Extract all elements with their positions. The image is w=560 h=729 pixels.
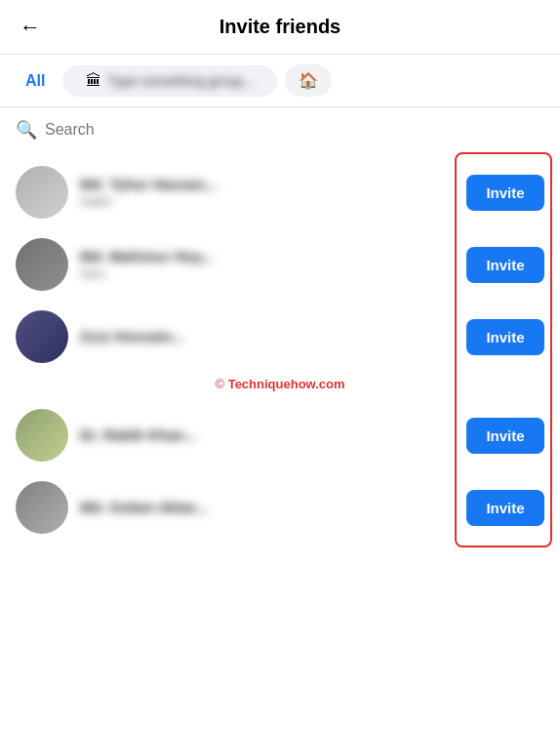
tab-group[interactable]: 🏛 Type something group... <box>62 65 277 97</box>
friend-info: Md. Tyhur Hassan... Sakhi <box>80 176 455 209</box>
search-bar: 🔍 <box>0 107 560 152</box>
invite-button[interactable]: Invite <box>466 247 544 283</box>
list-item: Dr. Rakib Khan... Invite <box>0 399 560 471</box>
home-icon: 🏠 <box>299 71 318 90</box>
avatar <box>16 238 68 291</box>
tab-all[interactable]: All <box>16 66 55 96</box>
friend-info: Md. Mahimur Hoy... Sion <box>80 248 455 281</box>
avatar <box>16 409 68 462</box>
search-icon: 🔍 <box>16 119 37 141</box>
watermark: © Techniquehow.com <box>0 373 560 399</box>
friend-name: Md. Golam Aktar... <box>80 499 455 515</box>
invite-button[interactable]: Invite <box>466 319 544 355</box>
invite-button[interactable]: Invite <box>466 175 544 211</box>
avatar <box>16 481 68 534</box>
friend-name: Dr. Rakib Khan... <box>80 426 455 443</box>
friend-info: Md. Golam Aktar... <box>80 499 455 517</box>
header: ← Invite friends <box>0 0 560 55</box>
invite-button[interactable]: Invite <box>466 418 544 454</box>
avatar <box>16 310 68 363</box>
list-item: Md. Tyhur Hassan... Sakhi Invite <box>0 156 560 228</box>
friend-name: Md. Tyhur Hassan... <box>80 176 455 192</box>
friend-sub: Sakhi <box>80 194 455 209</box>
site-name: Techniquehow.com <box>228 377 345 391</box>
tab-group-label: Type something group... <box>107 73 254 89</box>
group-icon: 🏛 <box>86 72 101 90</box>
list-item: Md. Golam Aktar... Invite <box>0 471 560 544</box>
friend-info: Zzzz Hossain... <box>80 328 455 346</box>
friends-list: Md. Tyhur Hassan... Sakhi Invite Md. Mah… <box>0 152 560 547</box>
list-item: Zzzz Hossain... Invite <box>0 301 560 373</box>
search-input[interactable] <box>45 121 544 139</box>
invite-button[interactable]: Invite <box>466 490 544 526</box>
friend-sub: Sion <box>80 266 455 281</box>
friend-name: Md. Mahimur Hoy... <box>80 248 455 264</box>
avatar <box>16 166 68 219</box>
tabs-row: All 🏛 Type something group... 🏠 <box>0 55 560 107</box>
friend-info: Dr. Rakib Khan... <box>80 426 455 445</box>
tab-home[interactable]: 🏠 <box>285 64 332 97</box>
friend-name: Zzzz Hossain... <box>80 328 455 344</box>
page-title: Invite friends <box>220 16 340 38</box>
list-item: Md. Mahimur Hoy... Sion Invite <box>0 228 560 301</box>
copyright-symbol: © <box>215 377 224 391</box>
back-button[interactable]: ← <box>20 15 41 40</box>
